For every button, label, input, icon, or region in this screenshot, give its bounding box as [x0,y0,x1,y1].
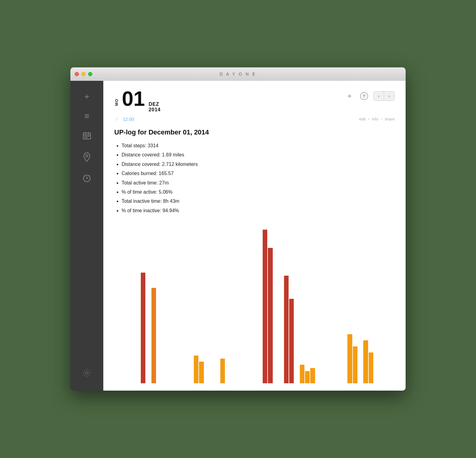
svg-rect-5 [86,136,87,137]
bar-fill [220,359,225,383]
list-item: % of time active: 5.06% [122,188,395,197]
chevron-right-icon: › [389,94,390,98]
calendar-icon [83,131,91,141]
bar [332,221,336,383]
bar-fill [268,248,272,383]
app-title: D A Y O N E [220,72,257,77]
share-text-button[interactable]: share [385,117,395,121]
bar [305,221,310,383]
bar [241,221,246,383]
traffic-lights [75,72,92,76]
bar [310,221,315,383]
list-item: Calories burned: 165.57 [122,169,395,178]
minimize-button[interactable] [81,72,86,76]
edit-button[interactable]: edit [359,117,366,121]
bar-fill [289,299,294,383]
titlebar: D A Y O N E [70,67,406,81]
bar [258,221,262,383]
location-icon [83,152,91,163]
sidebar-item-location[interactable] [70,147,103,169]
bar [199,221,204,383]
svg-rect-4 [84,136,86,137]
add-entry-button[interactable]: + [344,91,355,102]
edit-row: edit ● info ● share [359,117,395,121]
bar-fill [347,334,352,383]
bar [136,221,140,383]
add-icon: + [84,92,89,101]
date-day: 01 [122,88,145,109]
chevron-left-icon: ‹ [378,94,379,98]
bar [294,221,299,383]
reminder-icon [83,174,91,184]
menu-icon: ≡ [84,112,89,120]
bar [321,221,325,383]
bar-fill [300,365,304,383]
bar-fill [305,371,310,383]
maximize-button[interactable] [88,72,92,76]
settings-icon [83,369,91,378]
bar-fill [353,346,357,383]
bar-fill [310,368,315,383]
main-area: + ≡ [70,81,406,391]
chart-area [103,221,406,391]
bar [379,221,384,383]
separator-dot-1: ● [368,118,370,120]
entry-content: UP-log for December 01, 2014 Total steps… [103,122,406,221]
bar [114,221,119,383]
bar-fill [363,340,368,383]
share-button[interactable] [359,91,370,102]
bar-fill [263,230,267,383]
bar [358,221,363,383]
bar [369,221,373,383]
date-dayname: MO [114,99,119,106]
bar-fill [141,273,145,383]
bar-fill [199,362,204,383]
sidebar-item-settings[interactable] [70,363,103,385]
bar-fill [151,288,156,383]
list-item: Distance covered: 2.712 kilometers [122,160,395,169]
prev-entry-button[interactable]: ‹ [374,91,384,101]
bar [247,221,251,383]
next-entry-button[interactable]: › [384,91,394,101]
bar [252,221,257,383]
sidebar-item-add[interactable]: + [70,87,103,106]
bar [167,221,172,383]
date-block: MO 01 DEZ 2014 [114,88,161,114]
bar [204,221,209,383]
sidebar-item-reminder[interactable] [70,169,103,190]
svg-rect-6 [88,136,89,137]
list-item: Total inactive time: 8h 43m [122,197,395,206]
bar [284,221,289,383]
bar [157,221,161,383]
bar [141,221,145,383]
list-item: Total active time: 27m [122,178,395,188]
bar [337,221,341,383]
bar [236,221,241,383]
nav-group: ‹ › [373,91,395,101]
bar [151,221,156,383]
time-row: ☆ 12:00 edit ● info ● share [103,114,406,122]
bar [363,221,368,383]
info-button[interactable]: info [372,117,378,121]
bar [130,221,135,383]
bar [178,221,183,383]
bar [220,221,225,383]
bar-fill [369,352,373,383]
entry-bullet-list: Total steps: 3314Distance covered: 1.69 … [114,141,395,215]
bar [125,221,130,383]
star-icon[interactable]: ☆ [114,116,119,122]
svg-point-16 [86,372,88,374]
bar [326,221,331,383]
bar [210,221,214,383]
activity-chart [114,221,395,385]
sidebar: + ≡ [70,81,103,391]
sidebar-item-menu[interactable]: ≡ [70,106,103,126]
list-item: % of time inactive: 94.94% [122,206,395,215]
close-button[interactable] [75,72,79,76]
separator-dot-2: ● [381,118,382,120]
plus-icon: + [347,92,352,100]
entry-header: MO 01 DEZ 2014 + [103,81,406,114]
sidebar-item-calendar[interactable] [70,126,103,147]
bar [215,221,219,383]
svg-point-9 [86,155,88,157]
